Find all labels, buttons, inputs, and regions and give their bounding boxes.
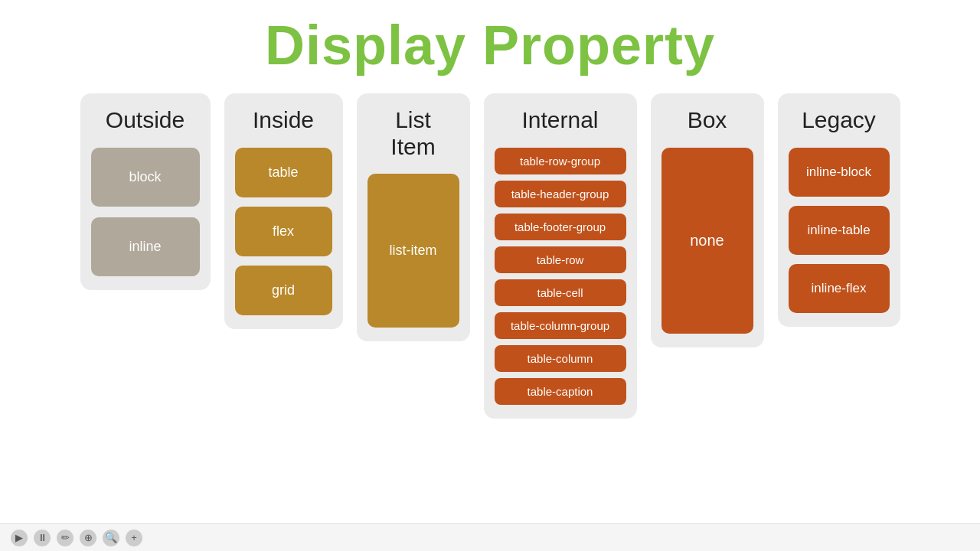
column-inside: Inside table flex grid — [224, 93, 343, 329]
list-item: table-row — [495, 246, 626, 273]
list-item: table-caption — [495, 378, 626, 405]
edit-icon[interactable]: ✏ — [57, 530, 74, 546]
column-inside-items: table flex grid — [235, 148, 332, 315]
column-listitem-title: ListItem — [390, 107, 435, 160]
column-outside: Outside block inline — [80, 93, 211, 290]
list-item: block — [91, 148, 200, 207]
list-item: table-column — [495, 345, 626, 372]
plus-icon[interactable]: + — [126, 530, 142, 546]
columns-container: Outside block inline Inside table flex g… — [34, 93, 946, 419]
column-box-items: none — [662, 148, 753, 334]
list-item: table-cell — [495, 279, 626, 306]
list-item: table — [235, 148, 332, 197]
column-legacy: Legacy inline-block inline-table inline-… — [778, 93, 900, 327]
list-item: inline-table — [789, 206, 890, 255]
page-title: Display Property — [265, 14, 715, 77]
play-icon[interactable]: ▶ — [11, 530, 28, 546]
list-item: grid — [235, 266, 332, 315]
column-outside-items: block inline — [91, 148, 200, 276]
list-item: inline-flex — [789, 264, 890, 313]
list-item: table-row-group — [495, 148, 626, 174]
column-legacy-title: Legacy — [802, 107, 876, 134]
column-listitem-items: list-item — [368, 174, 459, 328]
pause-icon[interactable]: ⏸ — [34, 530, 51, 546]
list-item: inline-block — [789, 148, 890, 197]
list-item: table-column-group — [495, 312, 626, 339]
list-item: list-item — [368, 174, 459, 328]
list-item: none — [662, 148, 753, 334]
add-icon[interactable]: ⊕ — [80, 530, 96, 546]
list-item: flex — [235, 207, 332, 256]
column-legacy-items: inline-block inline-table inline-flex — [789, 148, 890, 313]
column-box: Box none — [651, 93, 764, 347]
column-listitem: ListItem list-item — [357, 93, 470, 341]
list-item: table-header-group — [495, 181, 626, 207]
column-internal-items: table-row-group table-header-group table… — [495, 148, 626, 405]
column-inside-title: Inside — [253, 107, 314, 134]
column-internal: Internal table-row-group table-header-gr… — [484, 93, 637, 419]
column-box-title: Box — [688, 107, 727, 134]
search-icon[interactable]: 🔍 — [103, 530, 119, 546]
column-outside-title: Outside — [106, 107, 185, 134]
list-item: table-footer-group — [495, 214, 626, 240]
bottom-bar: ▶ ⏸ ✏ ⊕ 🔍 + — [0, 523, 980, 551]
column-internal-title: Internal — [521, 107, 598, 134]
list-item: inline — [91, 217, 200, 276]
